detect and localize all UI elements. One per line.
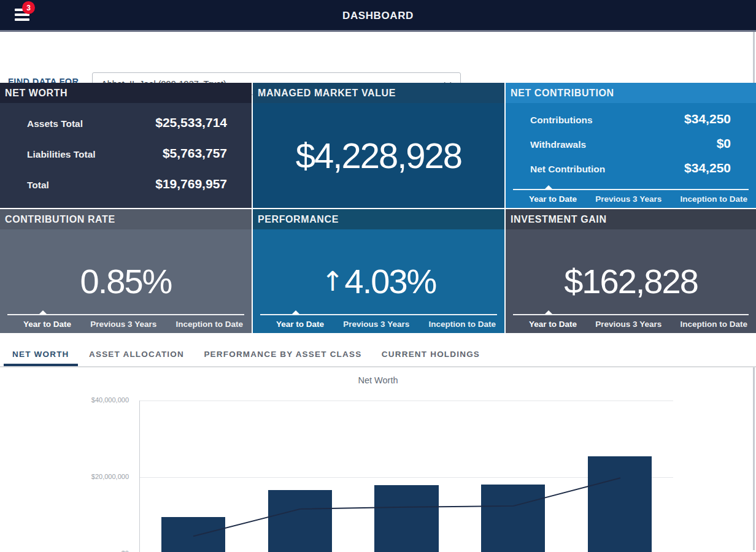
period-indicator-line xyxy=(260,314,497,315)
net-contribution-row: Withdrawals $0 xyxy=(530,136,731,151)
active-period-marker xyxy=(39,310,47,314)
scrollbar[interactable] xyxy=(753,32,755,83)
row-label: Assets Total xyxy=(27,118,83,129)
period-tab-strip: Year to Date Previous 3 Years Inception … xyxy=(513,314,749,330)
period-tab-previous-3-years[interactable]: Previous 3 Years xyxy=(343,320,409,329)
period-tab-previous-3-years[interactable]: Previous 3 Years xyxy=(90,320,156,329)
tile-title: NET CONTRIBUTION xyxy=(506,83,756,103)
period-tab-year-to-date[interactable]: Year to Date xyxy=(276,320,324,329)
find-data-row: FIND DATA FOR Abbot, II, Joel (999-1937,… xyxy=(0,32,756,83)
tab-net-worth[interactable]: NET WORTH xyxy=(4,342,78,366)
y-tick-0: $0 xyxy=(80,550,129,552)
net-worth-row: Liabilities Total $5,763,757 xyxy=(27,146,227,161)
net-worth-row: Total $19,769,957 xyxy=(27,177,227,191)
chart-plot xyxy=(139,401,673,552)
row-value: $0 xyxy=(717,136,731,151)
row-value: $25,533,714 xyxy=(155,115,227,130)
tile-title: CONTRIBUTION RATE xyxy=(0,209,252,229)
row-value: $19,769,957 xyxy=(155,177,227,191)
period-tab-previous-3-years[interactable]: Previous 3 Years xyxy=(595,194,662,204)
trend-line xyxy=(140,401,674,552)
tile-title: MANAGED MARKET VALUE xyxy=(253,83,504,103)
net-worth-chart-section: Net Worth $40,000,000 $20,000,000 $0 xyxy=(0,367,756,550)
row-value: $34,250 xyxy=(684,161,731,175)
period-tab-inception-to-date[interactable]: Inception to Date xyxy=(680,320,747,329)
period-indicator-line xyxy=(7,314,244,315)
period-indicator-line xyxy=(513,314,749,315)
net-worth-row: Assets Total $25,533,714 xyxy=(27,115,227,130)
tile-net-contribution: NET CONTRIBUTION Contributions $34,250 W… xyxy=(506,83,756,208)
tile-title: INVESTMENT GAIN xyxy=(506,209,756,229)
period-tab-year-to-date[interactable]: Year to Date xyxy=(23,320,71,329)
active-period-marker xyxy=(292,310,299,314)
period-tab-inception-to-date[interactable]: Inception to Date xyxy=(176,320,243,329)
y-tick-20m: $20,000,000 xyxy=(80,473,129,480)
tab-asset-allocation[interactable]: ASSET ALLOCATION xyxy=(80,342,193,366)
tile-title: PERFORMANCE xyxy=(253,209,504,229)
period-indicator-line xyxy=(513,189,749,190)
page-title: DASHBOARD xyxy=(0,0,756,32)
managed-market-value: $4,228,928 xyxy=(253,103,504,208)
tile-managed-market-value: MANAGED MARKET VALUE $4,228,928 xyxy=(253,83,504,208)
tab-current-holdings[interactable]: CURRENT HOLDINGS xyxy=(373,342,488,366)
tile-contribution-rate: CONTRIBUTION RATE 0.85% Year to Date Pre… xyxy=(0,209,252,333)
row-label: Liabilities Total xyxy=(27,149,96,160)
row-label: Withdrawals xyxy=(530,139,586,150)
period-tab-year-to-date[interactable]: Year to Date xyxy=(529,320,577,329)
period-tab-inception-to-date[interactable]: Inception to Date xyxy=(428,320,496,329)
row-label: Total xyxy=(27,180,49,191)
period-tab-strip: Year to Date Previous 3 Years Inception … xyxy=(260,314,497,330)
tile-title: NET WORTH xyxy=(0,83,252,103)
period-tab-strip: Year to Date Previous 3 Years Inception … xyxy=(7,314,244,330)
tile-net-worth: NET WORTH Assets Total $25,533,714 Liabi… xyxy=(0,83,252,208)
row-label: Contributions xyxy=(530,115,593,126)
chart-title: Net Worth xyxy=(0,367,756,385)
period-tab-previous-3-years[interactable]: Previous 3 Years xyxy=(595,320,662,329)
period-tab-inception-to-date[interactable]: Inception to Date xyxy=(680,194,747,204)
up-arrow-icon: ↑ xyxy=(322,266,344,297)
net-contribution-row: Net Contribution $34,250 xyxy=(530,161,731,175)
tab-performance-by-asset-class[interactable]: PERFORMANCE BY ASSET CLASS xyxy=(195,342,370,366)
performance-percent: 4.03% xyxy=(345,261,436,301)
row-value: $34,250 xyxy=(684,112,731,126)
period-tab-strip: Year to Date Previous 3 Years Inception … xyxy=(513,189,749,205)
summary-tiles: NET WORTH Assets Total $25,533,714 Liabi… xyxy=(0,83,756,333)
active-period-marker xyxy=(545,310,552,314)
row-value: $5,763,757 xyxy=(163,146,227,161)
top-app-bar: 3 DASHBOARD xyxy=(0,0,756,32)
tile-investment-gain: INVESTMENT GAIN $162,828 Year to Date Pr… xyxy=(506,209,756,333)
y-tick-40m: $40,000,000 xyxy=(80,396,129,404)
tile-performance: PERFORMANCE ↑ 4.03% Year to Date Previou… xyxy=(253,209,504,333)
period-tab-year-to-date[interactable]: Year to Date xyxy=(529,194,577,204)
row-label: Net Contribution xyxy=(530,164,605,175)
net-contribution-row: Contributions $34,250 xyxy=(530,112,731,126)
scrollbar[interactable] xyxy=(753,367,755,550)
section-tab-bar: NET WORTH ASSET ALLOCATION PERFORMANCE B… xyxy=(0,333,756,367)
active-period-marker xyxy=(545,185,552,189)
